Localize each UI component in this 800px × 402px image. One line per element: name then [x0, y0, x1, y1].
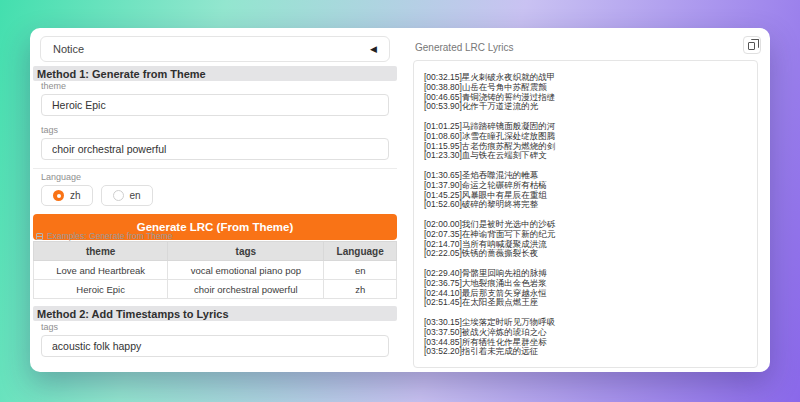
- output-title: Generated LRC Lyrics: [415, 42, 514, 53]
- copy-icon: [748, 42, 755, 50]
- language-section-divider: [33, 168, 397, 169]
- example-1-theme[interactable]: Love and Heartbreak: [34, 261, 168, 280]
- radio-selected-icon[interactable]: [53, 190, 64, 201]
- notice-accordion[interactable]: Notice ◀: [40, 36, 390, 62]
- examples-table: theme tags Language Love and Heartbreak …: [33, 241, 397, 299]
- tags-label: tags: [41, 125, 58, 135]
- language-radio-group: zh en: [41, 185, 153, 206]
- header-theme: theme: [34, 242, 168, 261]
- dataset-icon: [36, 233, 43, 240]
- radio-zh-label: zh: [70, 190, 81, 201]
- notice-label: Notice: [53, 43, 84, 55]
- collapse-arrow-icon[interactable]: ◀: [370, 45, 377, 54]
- method1-header: Method 1: Generate from Theme: [33, 66, 397, 81]
- header-tags: tags: [168, 242, 324, 261]
- tags-input[interactable]: [41, 138, 389, 160]
- theme-label: theme: [41, 81, 66, 91]
- method2-tags-label: tags: [41, 322, 58, 332]
- theme-input[interactable]: [41, 94, 389, 116]
- language-label: Language: [41, 172, 81, 182]
- examples-caption-text: Examples: Generate from Theme: [47, 231, 173, 241]
- radio-unselected-icon[interactable]: [113, 190, 124, 201]
- lyrics-text: [00:32.15]星火刺破永夜织就的战甲 [00:38.80]山岳在号角中苏醒…: [424, 73, 747, 357]
- examples-header-row: theme tags Language: [34, 242, 397, 261]
- radio-option-en[interactable]: en: [101, 185, 153, 206]
- example-row-1[interactable]: Love and Heartbreak vocal emotional pian…: [34, 261, 397, 280]
- example-row-2[interactable]: Heroic Epic choir orchestral powerful zh: [34, 280, 397, 299]
- app-card: Notice ◀ Method 1: Generate from Theme t…: [30, 28, 770, 372]
- examples-caption: Examples: Generate from Theme: [36, 231, 173, 241]
- example-2-theme[interactable]: Heroic Epic: [34, 280, 168, 299]
- radio-en-label: en: [130, 190, 141, 201]
- radio-option-zh[interactable]: zh: [41, 185, 93, 206]
- example-1-tags[interactable]: vocal emotional piano pop: [168, 261, 324, 280]
- method2-header: Method 2: Add Timestamps to Lyrics: [33, 306, 397, 321]
- example-2-language[interactable]: zh: [324, 280, 397, 299]
- copy-button[interactable]: [743, 36, 761, 54]
- method2-tags-input[interactable]: [41, 335, 389, 357]
- header-language: Language: [324, 242, 397, 261]
- example-2-tags[interactable]: choir orchestral powerful: [168, 280, 324, 299]
- lyrics-output-box[interactable]: [00:32.15]星火刺破永夜织就的战甲 [00:38.80]山岳在号角中苏醒…: [413, 60, 758, 368]
- example-1-language[interactable]: en: [324, 261, 397, 280]
